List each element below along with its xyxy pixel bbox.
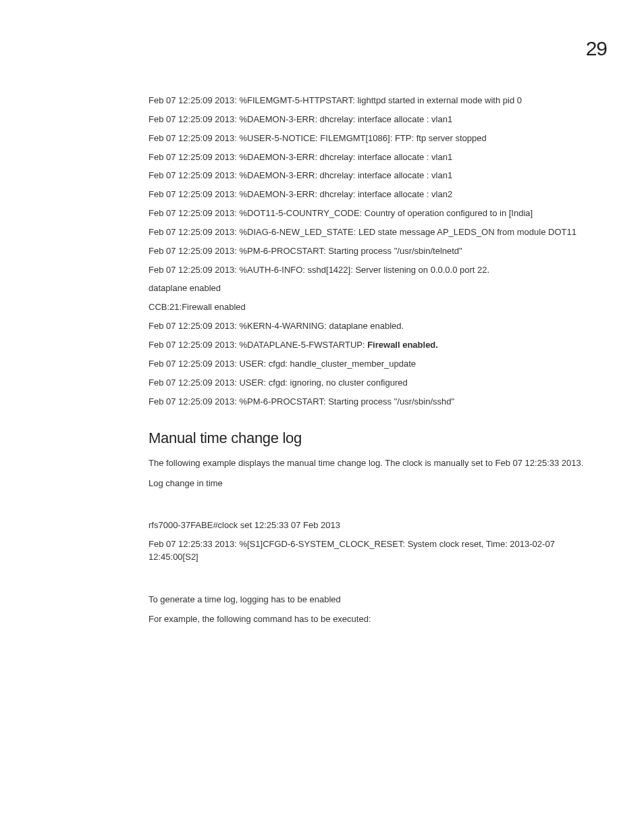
log-line: Feb 07 12:25:09 2013: %DAEMON-3-ERR: dhc… bbox=[149, 188, 607, 201]
log-line-firewall: Feb 07 12:25:09 2013: %DATAPLANE-5-FWSTA… bbox=[149, 339, 607, 352]
log-line: Feb 07 12:25:09 2013: %DAEMON-3-ERR: dhc… bbox=[149, 170, 607, 182]
log-line: Feb 07 12:25:09 2013: %PM-6-PROCSTART: S… bbox=[149, 245, 607, 258]
log-line: Feb 07 12:25:09 2013: %KERN-4-WARNING: d… bbox=[149, 320, 607, 333]
log-line: CCB:21:Firewall enabled bbox=[149, 301, 607, 314]
note-text: For example, the following command has t… bbox=[149, 613, 607, 626]
log-line: Feb 07 12:25:09 2013: %DAEMON-3-ERR: dhc… bbox=[149, 113, 607, 126]
page-number: 29 bbox=[586, 37, 607, 60]
fw-prefix: Feb 07 12:25:09 2013: %DATAPLANE-5-FWSTA… bbox=[149, 340, 367, 350]
clock-command: rfs7000-37FABE#clock set 12:25:33 07 Feb… bbox=[149, 519, 607, 532]
log-line: Feb 07 12:25:09 2013: %USER-5-NOTICE: FI… bbox=[149, 132, 607, 145]
note-text: To generate a time log, logging has to b… bbox=[149, 593, 607, 606]
fw-bold: Firewall enabled. bbox=[367, 340, 438, 350]
log-line: dataplane enabled bbox=[149, 282, 607, 295]
clock-result: Feb 07 12:25:33 2013: %[S1]CFGD-6-SYSTEM… bbox=[149, 538, 607, 564]
log-line: Feb 07 12:25:09 2013: %DAEMON-3-ERR: dhc… bbox=[149, 151, 607, 164]
section-heading: Manual time change log bbox=[149, 429, 607, 447]
log-line: Feb 07 12:25:09 2013: %AUTH-6-INFO: sshd… bbox=[149, 264, 607, 277]
page-content: Feb 07 12:25:09 2013: %FILEMGMT-5-HTTPST… bbox=[0, 0, 644, 626]
log-line: Feb 07 12:25:09 2013: %FILEMGMT-5-HTTPST… bbox=[149, 95, 607, 107]
intro-text: The following example displays the manua… bbox=[149, 457, 607, 470]
log-line: Feb 07 12:25:09 2013: USER: cfgd: handle… bbox=[149, 358, 607, 371]
log-line: Feb 07 12:25:09 2013: %DIAG-6-NEW_LED_ST… bbox=[149, 226, 607, 239]
log-change-label: Log change in time bbox=[149, 477, 607, 490]
log-line: Feb 07 12:25:09 2013: %DOT11-5-COUNTRY_C… bbox=[149, 207, 607, 220]
log-line: Feb 07 12:25:09 2013: USER: cfgd: ignori… bbox=[149, 377, 607, 390]
log-line: Feb 07 12:25:09 2013: %PM-6-PROCSTART: S… bbox=[149, 396, 607, 409]
